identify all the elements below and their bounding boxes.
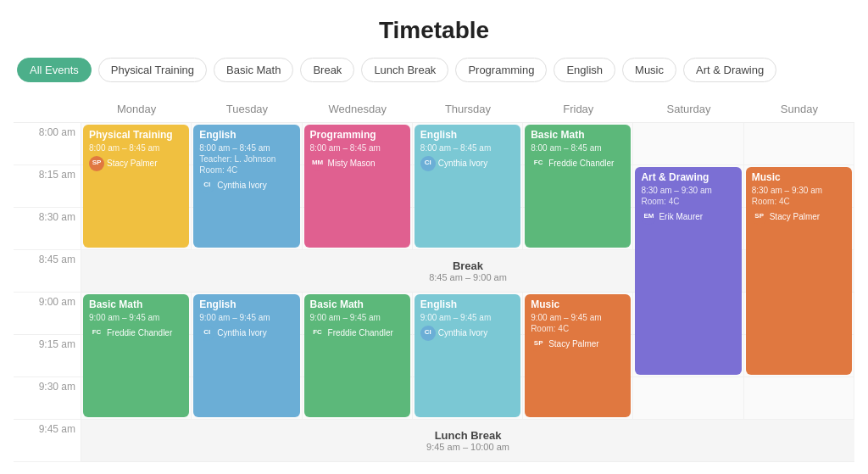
event-music-fri[interactable]: Music 9:00 am – 9:45 am Room: 4C SP Stac… (525, 294, 631, 417)
event-art-drawing[interactable]: Art & Drawing 8:30 am – 9:30 am Room: 4C… (635, 167, 741, 375)
time-915: 9:15 am (14, 335, 81, 377)
event-english-tue-morning[interactable]: English 8:00 am – 8:45 am Teacher: L. Jo… (193, 125, 299, 248)
cell-sun-815: Music 8:30 am – 9:30 am Room: 4C SP Stac… (744, 165, 854, 208)
filter-physical-training[interactable]: Physical Training (98, 58, 207, 82)
time-815: 8:15 am (14, 165, 81, 208)
day-sunday: Sunday (744, 96, 854, 123)
time-830: 8:30 am (14, 208, 81, 250)
event-english-thu-morning[interactable]: English 8:00 am – 8:45 am CI Cynthia Ivo… (415, 125, 520, 248)
event-physical-training[interactable]: Physical Training 8:00 am – 8:45 am SP S… (83, 125, 189, 248)
day-wednesday: Wednesday (303, 96, 413, 123)
filter-programming[interactable]: Programming (455, 58, 547, 82)
avatar-stacy: SP (89, 156, 104, 171)
avatar-freddie: FC (531, 156, 546, 171)
time-800: 8:00 am (14, 123, 81, 165)
avatar-misty: MM (310, 156, 326, 171)
avatar-stacy3: SP (531, 337, 546, 352)
cell-fri-900: Music 9:00 am – 9:45 am Room: 4C SP Stac… (523, 293, 633, 335)
cell-fri-800: Basic Math 8:00 am – 8:45 am FC Freddie … (523, 123, 633, 165)
cell-sun-930 (744, 377, 854, 420)
event-english-tue-afternoon[interactable]: English 9:00 am – 9:45 am CI Cynthia Ivo… (193, 294, 299, 417)
filter-break[interactable]: Break (300, 58, 354, 82)
event-english-thu-afternoon[interactable]: English 9:00 am – 9:45 am CI Cynthia Ivo… (415, 294, 520, 417)
break-title: Break (453, 259, 483, 272)
time-col-header (14, 96, 81, 123)
cell-mon-900: Basic Math 9:00 am – 9:45 am FC Freddie … (81, 293, 192, 335)
event-programming[interactable]: Programming 8:00 am – 8:45 am MM Misty M… (304, 125, 410, 248)
filter-art-drawing[interactable]: Art & Drawing (683, 58, 776, 82)
filter-music[interactable]: Music (622, 58, 676, 82)
day-monday: Monday (81, 96, 192, 123)
event-music-sun[interactable]: Music 8:30 am – 9:30 am Room: 4C SP Stac… (746, 167, 852, 375)
lunch-title: Lunch Break (435, 429, 502, 442)
cell-mon-800: Physical Training 8:00 am – 8:45 am SP S… (81, 123, 192, 165)
timetable: Monday Tuesday Wednesday Thursday Friday… (14, 96, 854, 462)
day-saturday: Saturday (633, 96, 743, 123)
filter-lunch-break[interactable]: Lunch Break (361, 58, 448, 82)
day-friday: Friday (523, 96, 633, 123)
avatar-cynthia: CI (199, 178, 214, 193)
avatar-freddie3: FC (310, 326, 326, 341)
event-basicmath-fri-morning[interactable]: Basic Math 8:00 am – 8:45 am FC Freddie … (525, 125, 631, 248)
page-title: Timetable (0, 0, 868, 58)
cell-thu-900: English 9:00 am – 9:45 am CI Cynthia Ivo… (413, 293, 523, 335)
time-900: 9:00 am (14, 293, 81, 335)
event-basicmath-wed[interactable]: Basic Math 9:00 am – 9:45 am FC Freddie … (304, 294, 410, 417)
day-tuesday: Tuesday (192, 96, 302, 123)
avatar-cynthia4: CI (420, 326, 436, 341)
avatar-erik: EM (641, 209, 656, 225)
filter-all-events[interactable]: All Events (17, 58, 92, 82)
cell-tue-900: English 9:00 am – 9:45 am CI Cynthia Ivo… (192, 293, 302, 335)
timetable-wrap: Monday Tuesday Wednesday Thursday Friday… (0, 96, 868, 462)
break-time: 8:45 am – 9:00 am (429, 272, 507, 282)
avatar-freddie2: FC (89, 326, 104, 341)
cell-sun-800 (744, 123, 854, 165)
cell-tue-800: English 8:00 am – 8:45 am Teacher: L. Jo… (192, 123, 302, 165)
time-930: 9:30 am (14, 377, 81, 420)
lunch-time: 9:45 am – 10:00 am (426, 442, 509, 452)
filter-bar: All Events Physical Training Basic Math … (0, 58, 868, 96)
filter-basic-math[interactable]: Basic Math (214, 58, 293, 82)
time-945: 9:45 am (14, 420, 81, 462)
lunch-break-row: Lunch Break 9:45 am – 10:00 am (81, 420, 854, 462)
cell-wed-800: Programming 8:00 am – 8:45 am MM Misty M… (303, 123, 413, 165)
page: Timetable All Events Physical Training B… (0, 0, 868, 474)
filter-english[interactable]: English (554, 58, 615, 82)
time-845: 8:45 am (14, 250, 81, 293)
cell-wed-900: Basic Math 9:00 am – 9:45 am FC Freddie … (303, 293, 413, 335)
avatar-cynthia3: CI (199, 326, 214, 341)
avatar-stacy2: SP (752, 209, 767, 225)
day-thursday: Thursday (413, 96, 523, 123)
cell-thu-800: English 8:00 am – 8:45 am CI Cynthia Ivo… (413, 123, 523, 165)
avatar-cynthia2: CI (420, 156, 436, 171)
event-basicmath-mon[interactable]: Basic Math 9:00 am – 9:45 am FC Freddie … (83, 294, 189, 417)
cell-sat-800 (633, 123, 743, 165)
cell-sat-930 (633, 377, 743, 420)
cell-sat-815: Art & Drawing 8:30 am – 9:30 am Room: 4C… (633, 165, 743, 208)
